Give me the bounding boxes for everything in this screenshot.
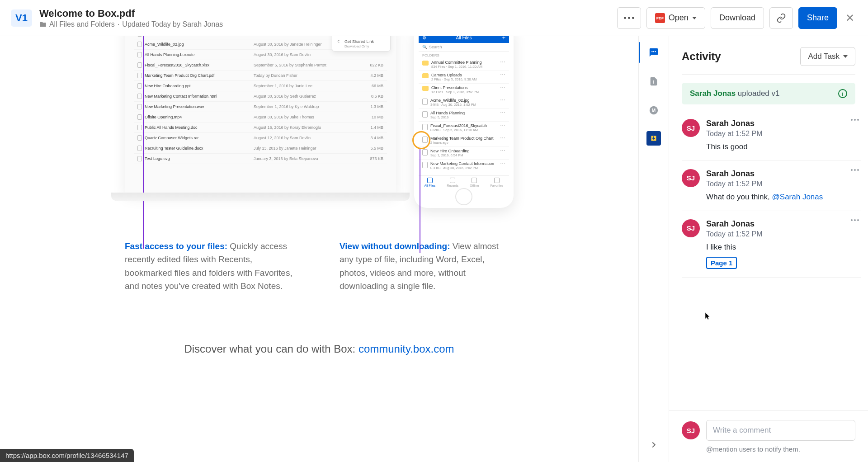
highlight-circle-orange (412, 131, 430, 149)
discover-text: Discover what you can do with Box: (184, 343, 359, 355)
table-row: Marketing Team Product Org Chart.pdfToda… (134, 71, 387, 81)
activity-panel: Activity Add Task Sarah Jonas uploaded v… (669, 36, 868, 462)
document-icon: i (649, 76, 659, 86)
comment-text: What do you think, @Sarah Jonas (706, 192, 861, 203)
comment-author[interactable]: Sarah Jonas (706, 169, 861, 179)
open-button[interactable]: Open (646, 7, 705, 29)
preview-panel: Invite Collaborators Edit and Comment Ge… (0, 36, 638, 462)
comment-text: I like this (706, 242, 861, 253)
document-page: Invite Collaborators Edit and Comment Ge… (93, 36, 545, 382)
folder-icon (39, 21, 47, 28)
list-item: Acme_Wildlife_02.jpg34KB · Aug 30, 2016,… (419, 96, 509, 109)
pdf-icon (655, 13, 665, 23)
sidebar-rail: i M (638, 36, 669, 462)
link-icon (776, 13, 786, 23)
table-row: Test Logo.svgJanuary 3, 2016 by Bela Ste… (134, 154, 387, 164)
activity-header: Activity Add Task (669, 36, 868, 74)
header-bar: V1 Welcome to Box.pdf All Files and Fold… (0, 0, 868, 36)
table-row: Fiscal_Forecast2016_Skycatch.xlsxSeptemb… (134, 60, 387, 71)
mention-link[interactable]: @Sarah Jonas (772, 193, 823, 201)
comment-text: This is good (706, 141, 861, 152)
rail-collapse[interactable] (646, 437, 662, 453)
table-row: New Marketing Contact Information.htmlAu… (134, 91, 387, 102)
comment-time: Today at 1:52 PM (706, 230, 861, 238)
composer-hint: @mention users to notify them. (706, 445, 855, 453)
breadcrumb-sep: · (118, 20, 119, 28)
hero-graphic: Invite Collaborators Edit and Comment Ge… (111, 36, 527, 208)
phone-tab: Offline (470, 178, 479, 187)
divider (682, 74, 855, 75)
comment-input[interactable] (706, 420, 855, 441)
activity-feed: SJ Sarah Jonas Today at 1:52 PM This is … (669, 108, 868, 410)
table-row: New Marketing Presentation.wavSeptember … (134, 102, 387, 112)
rail-details[interactable]: i (646, 73, 662, 90)
list-item: Camera Uploads2 Files · Sep 5, 2016, 9:3… (419, 71, 509, 84)
table-row: Quartz Composer Widgets.rarAugust 12, 20… (134, 133, 387, 143)
header-actions: Open Download Share ✕ (617, 7, 857, 29)
copy-link-button[interactable] (769, 7, 793, 29)
list-item: New Hire OnboardingSep 1, 2016, 6:54 PM⋯ (419, 147, 509, 160)
chevron-down-icon (692, 17, 697, 19)
list-item: Fiscal_Forecast2016_Skycatch822KB · Sep … (419, 122, 509, 134)
list-item: All Hands PlanningSep 5, 2016⋯ (419, 109, 509, 122)
comment-item: SJ Sarah Jonas Today at 1:52 PM I like t… (682, 211, 861, 278)
comment-more-button[interactable] (851, 219, 859, 221)
comment-author[interactable]: Sarah Jonas (706, 119, 861, 128)
table-row: Recruiting Tester Guideline.docxJuly 13,… (134, 143, 387, 154)
comment-more-button[interactable] (851, 169, 859, 171)
share-dropdown-mockup: Invite Collaborators Edit and Comment Ge… (332, 36, 391, 52)
share-button[interactable]: Share (798, 7, 837, 29)
breadcrumb-folder[interactable]: All Files and Folders (49, 20, 115, 28)
page-reference[interactable]: Page 1 (706, 257, 737, 269)
feature-col-2: View without downloading: View almost an… (340, 240, 514, 293)
phone-tab: Favorites (491, 178, 504, 187)
list-item: Client Presentations12 Files · Sep 1, 20… (419, 84, 509, 96)
avatar: SJ (682, 169, 700, 187)
download-button[interactable]: Download (711, 7, 764, 29)
svg-text:i: i (653, 80, 655, 85)
version-badge[interactable]: V1 (11, 9, 32, 27)
rail-activity[interactable] (646, 44, 662, 61)
add-task-button[interactable]: Add Task (800, 47, 855, 66)
phone-mockup: ⚙All Files+ 🔍Search Folders Annual Commi… (414, 36, 514, 208)
svg-point-0 (651, 51, 652, 52)
discover-link[interactable]: community.box.com (359, 343, 454, 355)
app-icon (649, 133, 659, 143)
comment-time: Today at 1:52 PM (706, 130, 861, 138)
rail-app[interactable] (646, 131, 661, 146)
feature-col-1: Fast access to your files: Quickly acces… (125, 240, 299, 293)
ellipsis-icon (624, 17, 634, 19)
svg-point-2 (655, 51, 656, 52)
comment-author[interactable]: Sarah Jonas (706, 219, 861, 229)
phone-tab: All Files (425, 178, 436, 187)
comment-composer: SJ @mention users to notify them. (669, 410, 868, 462)
table-row: New Hire Onboarding.pptSeptember 1, 2016… (134, 81, 387, 91)
metadata-icon: M (649, 105, 659, 115)
upload-banner: Sarah Jonas uploaded v1 i (682, 83, 855, 104)
laptop-mockup: Invite Collaborators Edit and Comment Ge… (125, 36, 396, 194)
table-row: Public All Hands Meeting.docAugust 16, 2… (134, 123, 387, 133)
list-item: New Marketing Contact Information0.3 KB … (419, 160, 509, 172)
comment-item: SJ Sarah Jonas Today at 1:52 PM This is … (682, 111, 861, 161)
comment-more-button[interactable] (851, 119, 859, 121)
chat-icon (649, 47, 659, 57)
table-row: Offsite Opening.mp4August 30, 2016 by Ja… (134, 112, 387, 123)
svg-text:M: M (652, 108, 656, 113)
list-item: Annual Committee Planning834 Files · Sep… (419, 58, 509, 71)
list-item: Marketing Team Product Org Chart2 hours … (419, 134, 509, 147)
more-options-button[interactable] (617, 7, 641, 29)
upload-action-text: uploaded v1 (736, 89, 779, 98)
uploader-name[interactable]: Sarah Jonas (690, 89, 736, 98)
guide-line-left (143, 36, 144, 249)
open-label: Open (669, 13, 689, 23)
svg-point-1 (653, 51, 654, 52)
info-icon[interactable]: i (838, 89, 847, 98)
comment-time: Today at 1:52 PM (706, 180, 861, 188)
discover-line: Discover what you can do with Box: commu… (111, 343, 527, 355)
activity-heading: Activity (682, 50, 721, 63)
file-meta: Welcome to Box.pdf All Files and Folders… (39, 8, 223, 28)
phone-tab: Recents (447, 178, 458, 187)
rail-metadata[interactable]: M (646, 102, 662, 118)
guide-line-right (420, 149, 420, 253)
close-button[interactable]: ✕ (843, 12, 857, 24)
